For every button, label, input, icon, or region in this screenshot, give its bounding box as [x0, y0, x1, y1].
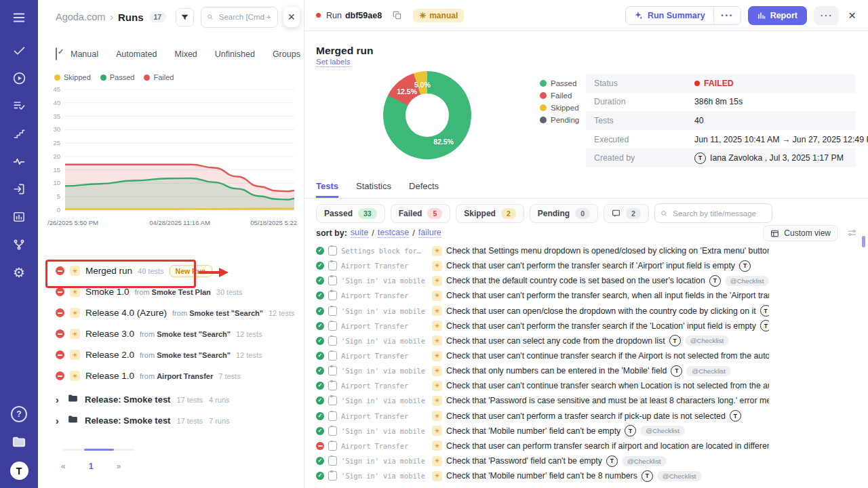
legend-item: Passed: [100, 73, 135, 81]
manual-badge: manual: [413, 9, 464, 22]
close-run-detail-button[interactable]: [846, 7, 859, 24]
test-list-item[interactable]: Airport TransferCheck that user can perf…: [316, 439, 769, 453]
trend-chart-legend: SkippedPassedFailed: [47, 68, 297, 83]
test-list-item[interactable]: Airport TransferCheck that user can't pe…: [316, 319, 769, 333]
passed-status-icon: [316, 412, 324, 420]
run-list-item[interactable]: Smoke 1.0from Smoke Test Plan30 tests: [56, 281, 298, 302]
vertical-scrollbar-thumb[interactable]: [862, 236, 865, 247]
test-list-item[interactable]: 'Sign in' via mobileCheck that 'Password…: [316, 453, 769, 468]
test-runs-icon[interactable]: [11, 98, 27, 114]
check-icon[interactable]: [11, 42, 27, 58]
chevron-right-icon[interactable]: [56, 415, 61, 426]
legend-label: Failed: [551, 92, 572, 100]
run-info-table: StatusFAILEDDuration386h 8m 15sTests40Ex…: [586, 74, 856, 167]
breadcrumb-project[interactable]: Agoda.com: [56, 12, 105, 22]
close-runs-panel-button[interactable]: [283, 7, 300, 27]
sign-in-icon[interactable]: [11, 181, 27, 197]
help-icon[interactable]: [11, 406, 27, 422]
manual-icon: [70, 371, 80, 381]
run-list-item[interactable]: Release 1.0from Airport Transfer7 tests: [56, 365, 298, 386]
test-list-item[interactable]: Airport TransferCheck that user can't co…: [316, 348, 769, 363]
run-list-item[interactable]: Release 4.0 (Azure)from Smoke test "Sear…: [56, 302, 298, 323]
tab-automated[interactable]: Automated: [116, 49, 157, 59]
manual-icon: [70, 329, 80, 339]
suite-name: Airport Transfer: [341, 262, 428, 270]
manual-icon: [432, 276, 442, 286]
horizontal-scrollbar[interactable]: [62, 449, 134, 451]
checklist-tag: @Checklist: [640, 426, 685, 436]
versions-icon[interactable]: [11, 237, 27, 253]
tab-defects[interactable]: Defects: [409, 181, 439, 198]
test-list-item[interactable]: Airport TransferCheck that user can't pe…: [316, 288, 769, 303]
folder-name: Release: Smoke test: [85, 394, 170, 405]
sort-by-failure[interactable]: failure: [418, 228, 441, 238]
chip-count: 5: [427, 208, 442, 219]
filter-chip-passed[interactable]: Passed33: [316, 204, 385, 223]
run-test-count: 12 tests: [236, 330, 262, 338]
tab-mixed[interactable]: Mixed: [174, 49, 197, 59]
reports-icon[interactable]: [11, 209, 27, 225]
comments-chip[interactable]: 2: [604, 204, 649, 223]
tab-statistics[interactable]: Statistics: [356, 181, 391, 198]
run-summary-button[interactable]: Run Summary: [626, 7, 713, 24]
test-list-item[interactable]: 'Sign in' via mobileCheck that 'Mobile n…: [316, 468, 769, 483]
test-list-item[interactable]: 'Sign in' via mobileCheck that 'Password…: [316, 393, 769, 408]
run-summary-more-button[interactable]: [713, 7, 741, 24]
test-list-item[interactable]: 'Sign in' via mobileCheck that user can …: [316, 333, 769, 348]
test-list-item[interactable]: Airport TransferCheck that user can't pe…: [316, 409, 769, 424]
filter-button[interactable]: [176, 8, 194, 26]
folder-test-count: 17 tests: [176, 396, 203, 404]
filter-chip-failed[interactable]: Failed5: [391, 204, 451, 223]
legend-dot: [540, 80, 547, 87]
batch-select-icon[interactable]: [56, 47, 57, 60]
milestones-icon[interactable]: [11, 125, 27, 142]
run-name: Merged run: [85, 266, 132, 276]
scrollbar-thumb[interactable]: [84, 449, 114, 451]
report-button[interactable]: Report: [748, 6, 807, 25]
menu-icon[interactable]: [11, 9, 27, 26]
test-list-item[interactable]: 'Sign in' via mobileCheck that the defau…: [316, 273, 769, 288]
tab-unfinished[interactable]: Unfinished: [215, 49, 255, 59]
set-labels-link[interactable]: Set labels: [316, 58, 351, 67]
test-list-item[interactable]: 'Sign in' via mobileCheck that user can …: [316, 304, 769, 319]
test-list-item[interactable]: 'Sign in' via mobileCheck that 'Mobile n…: [316, 424, 769, 439]
test-list-item[interactable]: Settings block for…Check that Settings m…: [316, 243, 769, 258]
chevron-right-icon[interactable]: [56, 394, 61, 405]
assignee-avatar: T: [760, 320, 769, 331]
custom-view-button[interactable]: Custom view: [763, 225, 838, 241]
filter-chip-pending[interactable]: Pending0: [530, 204, 598, 223]
run-folders-list: Release: Smoke test17 tests4 runsRelease…: [56, 389, 298, 431]
run-folder-item[interactable]: Release: Smoke test17 tests4 runs: [56, 389, 298, 410]
runs-search-input[interactable]: [218, 12, 272, 22]
assignee-avatar: T: [671, 365, 682, 377]
view-settings-icon[interactable]: [847, 228, 857, 240]
run-list-item[interactable]: Merged run40 testsNew Run: [56, 260, 298, 281]
sort-by-suite[interactable]: suite: [351, 228, 368, 238]
run-folder-item[interactable]: Release: Smoke test17 tests7 runs: [56, 410, 298, 431]
tab-manual[interactable]: Manual: [71, 49, 98, 59]
copy-run-id-button[interactable]: [391, 9, 403, 22]
breadcrumb-section[interactable]: Runs: [118, 12, 144, 23]
filter-chip-skipped[interactable]: Skipped2: [456, 204, 524, 223]
projects-folder-icon[interactable]: [11, 434, 27, 450]
test-list-item[interactable]: 'Sign in' via mobileCheck that only numb…: [316, 363, 769, 378]
tab-groups[interactable]: Groups: [273, 49, 300, 59]
run-source: from Smoke test "Search": [140, 330, 231, 338]
activity-icon[interactable]: [11, 153, 27, 169]
test-list-item[interactable]: Airport TransferCheck that user can't pe…: [316, 258, 769, 273]
run-list-item[interactable]: Release 2.0from Smoke test "Search"12 te…: [56, 344, 298, 365]
test-title: Check that user can open/close the dropd…: [446, 305, 769, 317]
user-avatar[interactable]: T: [10, 462, 28, 480]
tests-search-input[interactable]: [671, 209, 766, 218]
pagination-page-1[interactable]: 1: [85, 461, 98, 472]
run-list-item[interactable]: Release 3.0from Smoke test "Search"12 te…: [56, 323, 298, 344]
sort-by-testcase[interactable]: testcase: [378, 228, 410, 238]
settings-gear-icon[interactable]: [11, 264, 27, 281]
pagination-next-button[interactable]: »: [113, 461, 125, 472]
more-actions-button[interactable]: [814, 6, 839, 25]
tab-tests[interactable]: Tests: [316, 181, 338, 198]
test-list-item[interactable]: Airport TransferCheck that user can't co…: [316, 378, 769, 393]
pagination-prev-button[interactable]: «: [57, 461, 70, 472]
app-root: T Agoda.com › Runs 17 ManualAutomatedMix…: [0, 0, 868, 488]
play-circle-icon[interactable]: [11, 70, 27, 86]
